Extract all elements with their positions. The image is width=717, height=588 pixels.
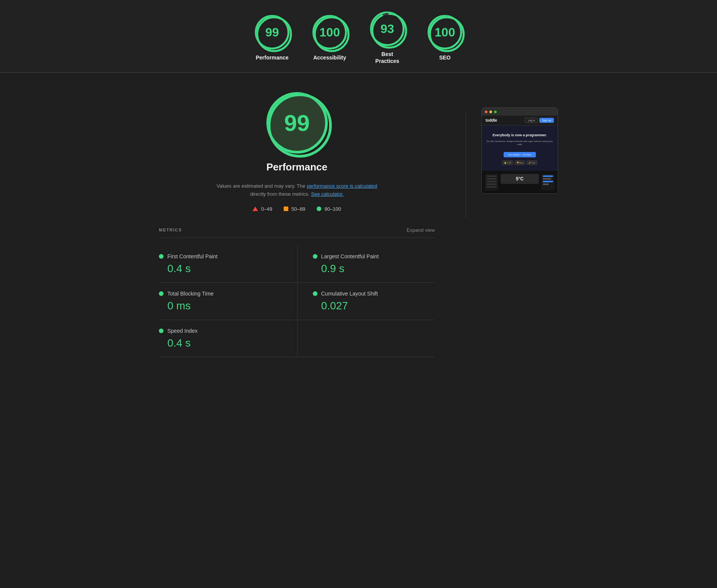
metric-lcp-header: Largest Contentful Paint [313,253,435,259]
metric-fcp-header: First Contentful Paint [159,253,282,259]
description-text-middle: directly from these metrics. [250,191,309,197]
metric-cls-dot [313,291,317,296]
preview-signup-btn: Sign up [539,118,554,123]
performance-details: 99 Performance Values are estimated and … [159,92,435,357]
metric-lcp-name: Largest Contentful Paint [321,253,379,259]
description-text-before: Values are estimated and may vary. The [216,183,305,189]
titlebar-dot-green [494,111,497,113]
score-circle-best-practices: 93 [370,12,405,46]
vertical-divider [466,111,466,219]
preview-login-btn: Log in [525,118,538,123]
metric-fcp-name: First Contentful Paint [167,253,218,259]
preview-panel-item-3 [543,181,553,182]
metric-tbt-header: Total Blocking Time [159,291,282,297]
legend-average: 50–89 [284,206,305,212]
legend-fail-range: 0–49 [261,206,272,212]
svg-point-5 [372,14,406,48]
metric-fcp-value: 0.4 s [159,263,282,275]
metric-lcp: Largest Contentful Paint 0.9 s [297,246,435,283]
metrics-label: METRICS [159,228,182,232]
score-svg-best-practices [370,12,408,50]
score-label-best-practices: BestPractices [375,51,399,64]
fail-icon [253,206,258,211]
svg-point-3 [315,17,349,51]
main-content: 99 Performance Values are estimated and … [128,73,589,380]
metrics-top-divider [159,238,435,238]
preview-titlebar [482,108,558,116]
score-circle-performance: 99 [255,15,289,50]
score-item-best-practices: 93 BestPractices [370,12,405,64]
preview-headline: Everybody is now a programmer. [486,133,554,138]
preview-screenshot: toddle Log in Sign up Everybody is now a… [481,107,558,193]
legend-average-range: 50–89 [291,206,305,212]
preview-nav-buttons: Log in Sign up [525,118,554,123]
preview-badge-2: 🏆 Best [515,160,525,165]
score-svg-accessibility [312,15,351,53]
metric-si-name: Speed Index [167,328,198,334]
metric-si-value: 0.4 s [159,337,282,349]
score-item-performance: 99 Performance [255,15,289,61]
metric-lcp-dot [313,254,317,259]
score-legend: 0–49 50–89 90–100 [159,206,435,212]
preview-panel [541,174,555,190]
metric-tbt-value: 0 ms [159,300,282,312]
pass-icon [317,206,321,211]
preview-logo: toddle [486,118,497,122]
preview-dark-section: 5°C [482,171,558,193]
preview-hero: Everybody is now a programmer. No silly … [482,126,558,170]
metric-cls-header: Cumulative Layout Shift [313,291,435,297]
preview-sidebar-item-1 [486,175,497,177]
preview-badge-3: 🚀 Fast [527,160,537,165]
score-item-accessibility: 100 Accessibility [312,15,347,61]
score-svg-seo [428,15,466,53]
big-score-wrapper: 99 Performance [159,92,435,173]
metrics-grid: First Contentful Paint 0.4 s Largest Con… [159,246,435,357]
preview-temperature: 5°C [516,176,524,182]
score-circle-accessibility: 100 [312,15,347,50]
preview-sidebar-item-4 [486,183,497,185]
legend-pass-range: 90–100 [324,206,341,212]
big-score-number: 99 [284,110,310,136]
see-calculator-link[interactable]: See calculator. [311,191,344,197]
preview-subtext: No silly handovers, design powerful web … [486,140,554,146]
big-score-title: Performance [266,161,327,173]
metric-cls: Cumulative Layout Shift 0.027 [297,283,435,320]
metrics-header: METRICS Expand view [159,227,435,233]
legend-pass: 90–100 [317,206,341,212]
preview-sidebar-item-5 [486,186,497,188]
score-label-performance: Performance [256,54,289,61]
metric-fcp: First Contentful Paint 0.4 s [159,246,297,283]
metric-si-header: Speed Index [159,328,282,334]
preview-panel-item-4 [543,183,549,185]
preview-main-area: 5°C [501,174,539,190]
metric-tbt-dot [159,291,164,296]
score-label-accessibility: Accessibility [313,54,346,61]
expand-view-button[interactable]: Expand view [406,227,435,233]
performance-description: Values are estimated and may vary. The p… [209,182,385,198]
preview-sidebar-item-2 [486,178,497,180]
big-score-circle: 99 [266,92,328,154]
preview-badge-1: ⭐ 4.9/5 [502,160,513,165]
metric-fcp-dot [159,254,164,259]
metric-empty [297,320,435,357]
score-label-seo: SEO [439,54,451,61]
svg-point-1 [257,17,291,51]
preview-sidebar-item-3 [486,181,497,182]
preview-header: toddle Log in Sign up [482,116,558,126]
metric-tbt: Total Blocking Time 0 ms [159,283,297,320]
svg-point-7 [430,17,464,51]
metric-cls-value: 0.027 [313,300,435,312]
preview-panel-item-2 [543,178,551,180]
score-item-seo: 100 SEO [428,15,462,61]
right-section: toddle Log in Sign up Everybody is now a… [466,107,558,219]
legend-fail: 0–49 [253,206,272,212]
performance-score-link[interactable]: performance score is calculated [307,183,377,189]
top-scores-section: 99 Performance 100 Accessibility 93 Best… [0,0,717,73]
score-circle-seo: 100 [428,15,462,50]
metric-tbt-name: Total Blocking Time [167,291,214,297]
metric-lcp-value: 0.9 s [313,263,435,275]
metric-si-dot [159,329,164,333]
metric-si: Speed Index 0.4 s [159,320,297,357]
titlebar-dot-yellow [489,111,492,113]
preview-panel-item-1 [543,175,553,177]
